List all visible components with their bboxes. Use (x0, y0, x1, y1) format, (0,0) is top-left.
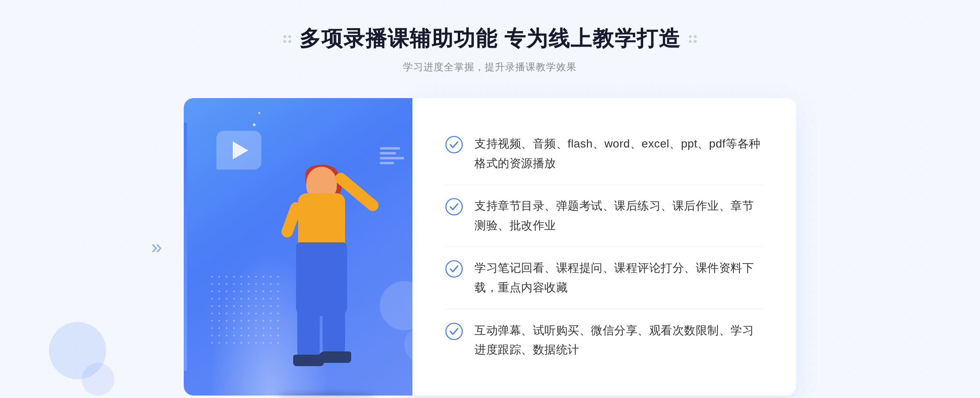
stripe-bar (380, 147, 400, 150)
features-panel: 支持视频、音频、flash、word、excel、ppt、pdf等各种格式的资源… (412, 98, 796, 396)
check-icon (445, 322, 463, 340)
figure-person (261, 167, 376, 396)
feature-item: 支持章节目录、弹题考试、课后练习、课后作业、章节测验、批改作业 (445, 185, 764, 247)
feature-text: 学习笔记回看、课程提问、课程评论打分、课件资料下载，重点内容收藏 (474, 258, 764, 297)
feature-text: 支持视频、音频、flash、word、excel、ppt、pdf等各种格式的资源… (474, 134, 764, 173)
check-icon (445, 136, 463, 154)
svg-point-3 (446, 323, 462, 340)
figure-wrapper (241, 159, 384, 396)
figure-shoe-right (318, 351, 351, 363)
deco-circle-small (82, 363, 114, 396)
illus-deco-circle-1 (380, 281, 429, 330)
figure-leg-left (297, 306, 320, 359)
feature-text: 互动弹幕、试听购买、微信分享、观看次数限制、学习进度跟踪、数据统计 (474, 321, 764, 360)
illustration-panel (184, 98, 412, 396)
figure-torso (298, 193, 345, 246)
title-row: 多项录播课辅助功能 专为线上教学打造 (283, 25, 697, 53)
feature-item: 学习笔记回看、课程提问、课程评论打分、课件资料下载，重点内容收藏 (445, 247, 764, 309)
features-list: 支持视频、音频、flash、word、excel、ppt、pdf等各种格式的资源… (445, 123, 764, 371)
check-icon (445, 198, 463, 216)
svg-point-0 (446, 136, 462, 153)
subtitle: 学习进度全掌握，提升录播课教学效果 (283, 60, 697, 74)
figure-leg-right (323, 306, 345, 355)
stripe-bar (380, 152, 396, 154)
illus-deco-circle-2 (404, 326, 441, 363)
svg-point-1 (446, 199, 462, 215)
main-title: 多项录播课辅助功能 专为线上教学打造 (299, 25, 681, 53)
accent-bar (184, 123, 187, 371)
play-triangle-icon (233, 141, 248, 159)
svg-point-2 (446, 261, 462, 277)
header-section: 多项录播课辅助功能 专为线上教学打造 学习进度全掌握，提升录播课教学效果 (283, 25, 697, 74)
content-area: » (184, 98, 796, 396)
left-dots-deco (283, 35, 291, 43)
left-chevrons: » (151, 237, 162, 257)
figure-shadow (278, 391, 376, 398)
figure-pants (296, 242, 347, 316)
check-icon (445, 260, 463, 278)
feature-item: 互动弹幕、试听购买、微信分享、观看次数限制、学习进度跟踪、数据统计 (445, 309, 764, 371)
feature-item: 支持视频、音频、flash、word、excel、ppt、pdf等各种格式的资源… (445, 123, 764, 185)
feature-text: 支持章节目录、弹题考试、课后练习、课后作业、章节测验、批改作业 (474, 196, 764, 235)
right-dots-deco (689, 35, 697, 43)
page-wrapper: 多项录播课辅助功能 专为线上教学打造 学习进度全掌握，提升录播课教学效果 » (0, 0, 980, 398)
